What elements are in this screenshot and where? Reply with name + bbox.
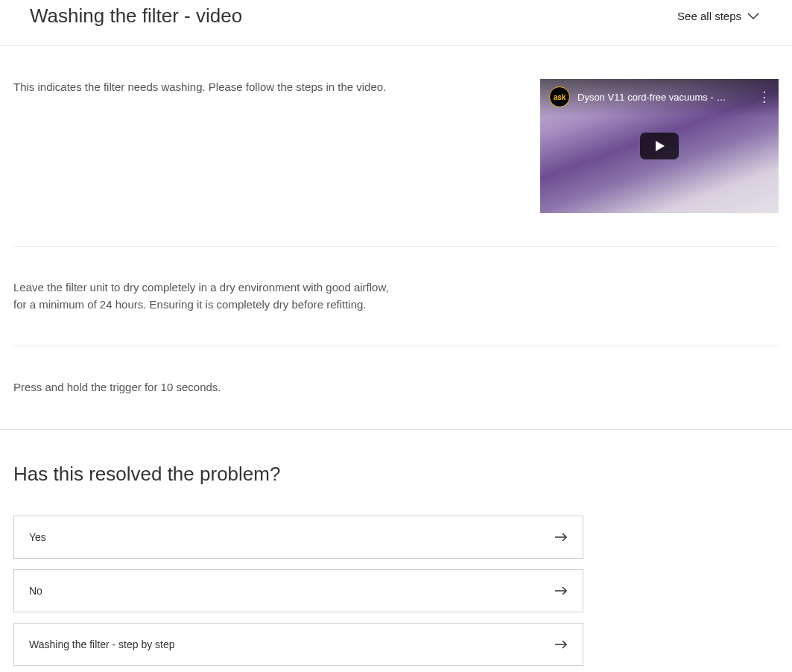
step-block-2: Leave the filter unit to dry completely … [13,247,779,346]
steps-content: This indicates the filter needs washing.… [0,46,792,429]
option-label: No [29,585,42,597]
option-yes[interactable]: Yes [13,516,583,559]
resolution-section: Has this resolved the problem? Yes No Wa… [0,429,792,673]
video-title: Dyson V11 cord-free vacuums - … [577,92,750,103]
see-all-label: See all steps [677,10,741,22]
arrow-right-icon [554,586,568,595]
page-title: Washing the filter - video [30,4,242,28]
option-label: Yes [29,531,46,543]
video-topbar: ask Dyson V11 cord-free vacuums - … ⋮ [549,86,771,107]
video-thumbnail[interactable]: ask Dyson V11 cord-free vacuums - … ⋮ [540,79,779,213]
channel-avatar: ask [549,86,570,107]
option-step-by-step[interactable]: Washing the filter - step by step [13,623,583,666]
chevron-down-icon [747,10,759,22]
play-icon [653,139,666,153]
step-block-1: This indicates the filter needs washing.… [13,46,779,247]
see-all-steps-toggle[interactable]: See all steps [677,10,759,22]
option-no[interactable]: No [13,569,583,612]
resolution-heading: Has this resolved the problem? [13,463,779,486]
more-icon[interactable]: ⋮ [758,90,771,104]
step-1-text: This indicates the filter needs washing.… [13,79,401,213]
step-block-3: Press and hold the trigger for 10 second… [13,346,779,429]
page-header: Washing the filter - video See all steps [0,0,792,46]
option-label: Washing the filter - step by step [29,638,175,650]
step-2-text: Leave the filter unit to dry completely … [13,279,401,313]
step-3-text: Press and hold the trigger for 10 second… [13,379,401,396]
arrow-right-icon [554,533,568,542]
play-button[interactable] [640,133,679,159]
arrow-right-icon [554,640,568,649]
